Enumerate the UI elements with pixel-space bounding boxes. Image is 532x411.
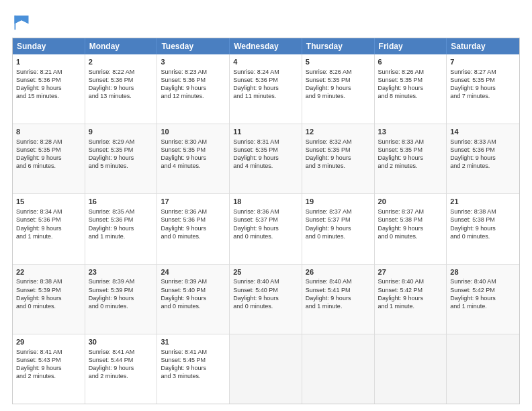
cell-line-1: Sunset: 5:35 PM bbox=[306, 76, 371, 84]
day-number: 23 bbox=[89, 267, 154, 277]
calendar-cell-day-24: 24Sunrise: 8:39 AMSunset: 5:40 PMDayligh… bbox=[157, 265, 230, 334]
weekday-header-friday: Friday bbox=[375, 38, 447, 54]
calendar-cell-day-28: 28Sunrise: 8:40 AMSunset: 5:42 PMDayligh… bbox=[447, 265, 519, 334]
cell-line-0: Sunrise: 8:39 AM bbox=[89, 277, 154, 285]
cell-line-0: Sunrise: 8:27 AM bbox=[450, 68, 516, 76]
calendar-cell-day-23: 23Sunrise: 8:39 AMSunset: 5:39 PMDayligh… bbox=[85, 265, 158, 334]
cell-line-3: and 1 minute. bbox=[16, 232, 81, 240]
cell-line-3: and 1 minute. bbox=[450, 302, 516, 310]
cell-line-1: Sunset: 5:36 PM bbox=[450, 146, 516, 154]
cell-line-2: Daylight: 9 hours bbox=[16, 154, 81, 162]
weekday-header-tuesday: Tuesday bbox=[157, 38, 230, 54]
cell-line-0: Sunrise: 8:37 AM bbox=[306, 208, 371, 216]
cell-line-1: Sunset: 5:45 PM bbox=[161, 356, 226, 364]
cell-line-1: Sunset: 5:43 PM bbox=[16, 356, 81, 364]
cell-line-0: Sunrise: 8:35 AM bbox=[89, 208, 154, 216]
calendar-cell-day-31: 31Sunrise: 8:41 AMSunset: 5:45 PMDayligh… bbox=[157, 334, 230, 404]
calendar-cell-day-18: 18Sunrise: 8:36 AMSunset: 5:37 PMDayligh… bbox=[230, 194, 302, 263]
day-number: 25 bbox=[233, 267, 298, 277]
cell-line-1: Sunset: 5:35 PM bbox=[306, 146, 371, 154]
day-number: 16 bbox=[89, 197, 154, 207]
day-number: 7 bbox=[450, 57, 516, 67]
calendar-cell-day-9: 9Sunrise: 8:29 AMSunset: 5:35 PMDaylight… bbox=[85, 124, 158, 193]
cell-line-3: and 0 minutes. bbox=[233, 302, 298, 310]
day-number: 8 bbox=[16, 127, 81, 137]
calendar-cell-empty bbox=[230, 334, 302, 404]
cell-line-0: Sunrise: 8:28 AM bbox=[16, 138, 81, 146]
page: SundayMondayTuesdayWednesdayThursdayFrid… bbox=[0, 0, 532, 411]
cell-line-3: and 0 minutes. bbox=[161, 302, 226, 310]
calendar-cell-day-3: 3Sunrise: 8:23 AMSunset: 5:36 PMDaylight… bbox=[157, 54, 230, 124]
cell-line-0: Sunrise: 8:41 AM bbox=[89, 348, 154, 356]
cell-line-3: and 0 minutes. bbox=[306, 232, 371, 240]
weekday-header-sunday: Sunday bbox=[13, 38, 85, 54]
day-number: 13 bbox=[378, 127, 443, 137]
day-number: 27 bbox=[378, 267, 443, 277]
cell-line-1: Sunset: 5:39 PM bbox=[16, 286, 81, 294]
cell-line-2: Daylight: 9 hours bbox=[450, 224, 516, 232]
cell-line-3: and 13 minutes. bbox=[89, 92, 154, 100]
cell-line-2: Daylight: 9 hours bbox=[306, 294, 371, 302]
calendar-cell-day-1: 1Sunrise: 8:21 AMSunset: 5:36 PMDaylight… bbox=[13, 54, 85, 124]
cell-line-0: Sunrise: 8:40 AM bbox=[378, 277, 443, 285]
svg-marker-1 bbox=[15, 15, 29, 24]
cell-line-2: Daylight: 9 hours bbox=[450, 154, 516, 162]
day-number: 26 bbox=[306, 267, 371, 277]
cell-line-0: Sunrise: 8:36 AM bbox=[161, 208, 226, 216]
cell-line-2: Daylight: 9 hours bbox=[161, 84, 226, 92]
cell-line-3: and 3 minutes. bbox=[161, 372, 226, 380]
calendar-cell-day-5: 5Sunrise: 8:26 AMSunset: 5:35 PMDaylight… bbox=[302, 54, 375, 124]
day-number: 21 bbox=[450, 197, 516, 207]
calendar-cell-day-21: 21Sunrise: 8:38 AMSunset: 5:38 PMDayligh… bbox=[447, 194, 519, 263]
cell-line-0: Sunrise: 8:36 AM bbox=[233, 208, 298, 216]
cell-line-2: Daylight: 9 hours bbox=[89, 154, 154, 162]
cell-line-2: Daylight: 9 hours bbox=[450, 294, 516, 302]
cell-line-1: Sunset: 5:42 PM bbox=[450, 286, 516, 294]
cell-line-1: Sunset: 5:36 PM bbox=[16, 216, 81, 224]
cell-line-1: Sunset: 5:38 PM bbox=[450, 216, 516, 224]
calendar-row-4: 22Sunrise: 8:38 AMSunset: 5:39 PMDayligh… bbox=[13, 264, 519, 334]
cell-line-1: Sunset: 5:39 PM bbox=[89, 286, 154, 294]
cell-line-3: and 2 minutes. bbox=[378, 162, 443, 170]
cell-line-3: and 11 minutes. bbox=[233, 92, 298, 100]
calendar-cell-empty bbox=[447, 334, 519, 404]
cell-line-1: Sunset: 5:35 PM bbox=[161, 146, 226, 154]
calendar-cell-day-25: 25Sunrise: 8:40 AMSunset: 5:40 PMDayligh… bbox=[230, 265, 302, 334]
cell-line-0: Sunrise: 8:26 AM bbox=[306, 68, 371, 76]
cell-line-1: Sunset: 5:36 PM bbox=[89, 76, 154, 84]
cell-line-2: Daylight: 9 hours bbox=[16, 364, 81, 372]
cell-line-3: and 12 minutes. bbox=[161, 92, 226, 100]
header bbox=[12, 12, 520, 31]
calendar-body: 1Sunrise: 8:21 AMSunset: 5:36 PMDaylight… bbox=[13, 54, 519, 404]
calendar-cell-day-11: 11Sunrise: 8:31 AMSunset: 5:35 PMDayligh… bbox=[230, 124, 302, 193]
cell-line-0: Sunrise: 8:41 AM bbox=[161, 348, 226, 356]
cell-line-2: Daylight: 9 hours bbox=[378, 84, 443, 92]
cell-line-1: Sunset: 5:36 PM bbox=[161, 76, 226, 84]
calendar-cell-day-17: 17Sunrise: 8:36 AMSunset: 5:36 PMDayligh… bbox=[157, 194, 230, 263]
cell-line-3: and 3 minutes. bbox=[306, 162, 371, 170]
weekday-header-wednesday: Wednesday bbox=[230, 38, 302, 54]
cell-line-1: Sunset: 5:36 PM bbox=[233, 76, 298, 84]
weekday-header-monday: Monday bbox=[85, 38, 158, 54]
calendar-cell-day-16: 16Sunrise: 8:35 AMSunset: 5:36 PMDayligh… bbox=[85, 194, 158, 263]
cell-line-1: Sunset: 5:35 PM bbox=[450, 76, 516, 84]
day-number: 14 bbox=[450, 127, 516, 137]
cell-line-0: Sunrise: 8:31 AM bbox=[233, 138, 298, 146]
general-blue-logo-icon bbox=[12, 12, 31, 31]
cell-line-2: Daylight: 9 hours bbox=[233, 294, 298, 302]
cell-line-3: and 4 minutes. bbox=[233, 162, 298, 170]
cell-line-1: Sunset: 5:35 PM bbox=[233, 146, 298, 154]
calendar-cell-day-22: 22Sunrise: 8:38 AMSunset: 5:39 PMDayligh… bbox=[13, 265, 85, 334]
cell-line-0: Sunrise: 8:40 AM bbox=[306, 277, 371, 285]
cell-line-2: Daylight: 9 hours bbox=[306, 154, 371, 162]
cell-line-0: Sunrise: 8:38 AM bbox=[16, 277, 81, 285]
cell-line-2: Daylight: 9 hours bbox=[16, 84, 81, 92]
day-number: 2 bbox=[89, 57, 154, 67]
cell-line-0: Sunrise: 8:32 AM bbox=[306, 138, 371, 146]
cell-line-3: and 0 minutes. bbox=[233, 232, 298, 240]
cell-line-3: and 4 minutes. bbox=[161, 162, 226, 170]
cell-line-3: and 15 minutes. bbox=[16, 92, 81, 100]
day-number: 18 bbox=[233, 197, 298, 207]
cell-line-3: and 5 minutes. bbox=[89, 162, 154, 170]
cell-line-1: Sunset: 5:35 PM bbox=[16, 146, 81, 154]
